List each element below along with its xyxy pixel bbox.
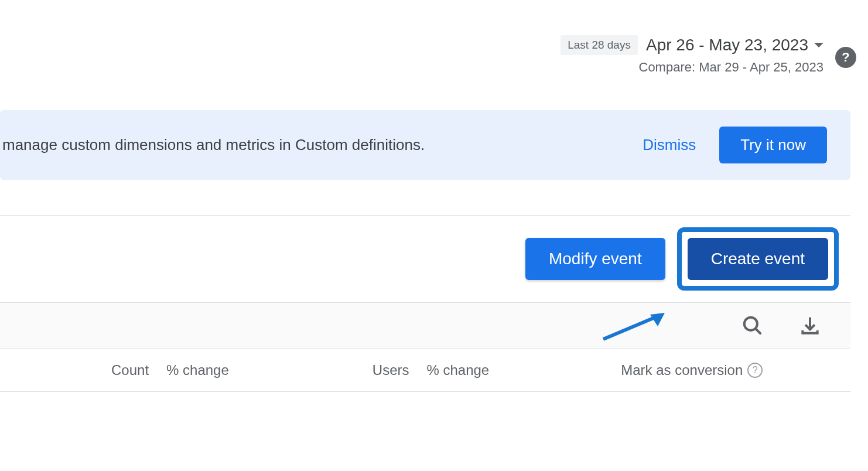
- dismiss-link[interactable]: Dismiss: [643, 136, 696, 154]
- column-mark-conversion: Mark as conversion ?: [621, 362, 763, 378]
- download-icon[interactable]: [799, 315, 821, 337]
- svg-line-3: [756, 329, 761, 335]
- arrow-annotation-icon: [600, 310, 671, 345]
- compare-text: Compare: Mar 29 - Apr 25, 2023: [639, 60, 824, 75]
- header: Last 28 days Apr 26 - May 23, 2023 Compa…: [0, 0, 868, 75]
- date-range-picker[interactable]: Apr 26 - May 23, 2023: [646, 36, 823, 54]
- date-section: Last 28 days Apr 26 - May 23, 2023 Compa…: [561, 35, 823, 75]
- modify-event-button[interactable]: Modify event: [525, 238, 665, 280]
- date-range-text: Apr 26 - May 23, 2023: [646, 36, 808, 54]
- date-row[interactable]: Last 28 days Apr 26 - May 23, 2023: [561, 35, 823, 55]
- column-count: Count: [111, 362, 149, 378]
- help-tooltip-icon[interactable]: ?: [747, 363, 763, 378]
- column-pct-change-2: % change: [426, 362, 489, 378]
- mark-conversion-label: Mark as conversion: [621, 362, 743, 378]
- event-buttons-row: Modify event Create event: [0, 215, 850, 303]
- try-it-now-button[interactable]: Try it now: [719, 127, 827, 163]
- banner-actions: Dismiss Try it now: [643, 127, 827, 163]
- svg-point-2: [744, 318, 757, 330]
- help-icon[interactable]: ?: [835, 47, 856, 68]
- column-pct-change-1: % change: [166, 362, 229, 378]
- chevron-down-icon: [814, 43, 823, 47]
- column-users: Users: [373, 362, 409, 378]
- info-banner: manage custom dimensions and metrics in …: [0, 110, 850, 180]
- create-event-button[interactable]: Create event: [688, 238, 828, 280]
- search-icon[interactable]: [741, 315, 764, 337]
- create-event-highlight: Create event: [677, 227, 839, 291]
- banner-text: manage custom dimensions and metrics in …: [0, 136, 425, 154]
- table-header: Count % change Users % change Mark as co…: [0, 349, 850, 392]
- toolbar-row: [0, 303, 850, 349]
- svg-line-0: [603, 316, 659, 339]
- date-badge: Last 28 days: [561, 35, 638, 55]
